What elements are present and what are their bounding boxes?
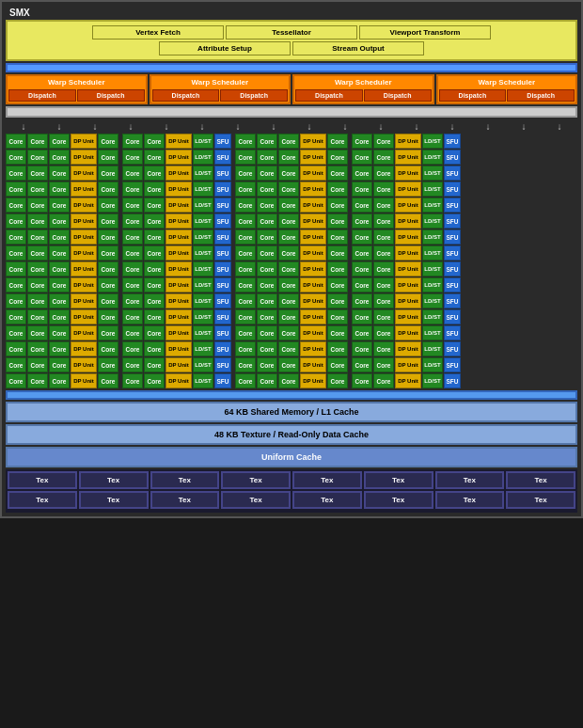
cell-core-r2-g0-c2: Core: [49, 166, 70, 181]
cell-core-r14-g0-c2: Core: [49, 357, 70, 372]
cell-core-r14-g2-c2: Core: [278, 357, 299, 372]
cell-core-r11-g2-c1: Core: [257, 309, 277, 324]
cell-core-r12-g1-c1: Core: [144, 325, 165, 340]
cell-core-r7-g3-c1: Core: [373, 245, 394, 261]
cell-sfu-r15-g1-c4: SFU: [214, 373, 231, 388]
arrow-16: ↓: [558, 121, 562, 132]
cell-dp-r7-g2-c3: DP Unit: [300, 245, 326, 261]
proc-row-7: CoreCoreCoreDP UnitCoreCoreCoreDP UnitLD…: [6, 245, 577, 261]
cell-sfu-r0-g3-c4: SFU: [444, 134, 461, 149]
tex-box-r0-c0: Tex: [8, 471, 77, 489]
cell-core-r15-g2-c1: Core: [257, 373, 277, 388]
proc-row-6: CoreCoreCoreDP UnitCoreCoreCoreDP UnitLD…: [6, 229, 577, 245]
cell-sfu-r8-g3-c4: SFU: [444, 261, 461, 277]
cell-dp-r0-g0-c3: DP Unit: [71, 134, 97, 149]
cell-core-r4-g2-c1: Core: [257, 198, 277, 213]
cell-dp-r4-g2-c3: DP Unit: [300, 198, 326, 213]
cell-dp-r9-g0-c3: DP Unit: [71, 277, 97, 293]
cell-core-r8-g1-c0: Core: [122, 261, 143, 277]
cell-core-r13-g2-c4: Core: [327, 341, 348, 356]
cell-core-r15-g1-c1: Core: [144, 373, 165, 388]
cell-sfu-r3-g1-c4: SFU: [214, 182, 231, 197]
cell-core-r5-g1-c0: Core: [122, 214, 143, 229]
cell-core-r11-g0-c0: Core: [6, 309, 26, 324]
cell-core-r5-g3-c1: Core: [373, 214, 394, 229]
cell-core-r0-g0-c0: Core: [6, 134, 26, 149]
cell-core-r14-g2-c1: Core: [257, 357, 277, 372]
cell-dp-r1-g3-c2: DP Unit: [395, 150, 421, 165]
cell-core-r9-g2-c2: Core: [278, 277, 299, 293]
tex-box-r0-c7: Tex: [506, 471, 575, 489]
cell-core-r5-g2-c1: Core: [257, 214, 277, 229]
tex-box-r1-c7: Tex: [506, 491, 575, 509]
cell-sfu-r5-g1-c4: SFU: [214, 214, 231, 229]
cell-core-r9-g0-c1: Core: [27, 277, 48, 293]
cell-dp-r12-g1-c2: DP Unit: [165, 325, 192, 340]
cell-core-r11-g3-c0: Core: [352, 309, 372, 324]
cell-core-r6-g2-c4: Core: [327, 229, 348, 245]
cell-sfu-r10-g1-c4: SFU: [214, 293, 231, 309]
cell-dp-r12-g2-c3: DP Unit: [300, 325, 326, 340]
cell-sfu-r4-g1-c4: SFU: [214, 198, 231, 213]
tex-box-r1-c5: Tex: [364, 491, 433, 509]
cell-dp-r11-g3-c2: DP Unit: [395, 309, 421, 324]
cell-core-r15-g2-c2: Core: [278, 373, 299, 388]
tex-box-r0-c2: Tex: [150, 471, 220, 489]
cell-core-r13-g1-c1: Core: [144, 341, 165, 356]
cell-core-r7-g3-c0: Core: [352, 245, 372, 261]
cell-core-r13-g0-c4: Core: [98, 341, 118, 356]
cell-dp-r2-g1-c2: DP Unit: [165, 166, 192, 181]
cell-core-r5-g0-c1: Core: [27, 214, 48, 229]
cell-dp-r7-g1-c2: DP Unit: [165, 245, 192, 261]
cell-core-r9-g2-c0: Core: [235, 277, 256, 293]
dispatch-7: Dispatch: [439, 89, 507, 102]
polymorph-section: Vertex Fetch Tessellator Viewport Transf…: [6, 20, 577, 61]
dispatch-2: Dispatch: [77, 89, 145, 102]
dispatch-3: Dispatch: [152, 89, 220, 102]
cell-core-r1-g2-c1: Core: [257, 150, 277, 165]
cell-dp-r0-g1-c2: DP Unit: [165, 134, 192, 149]
cell-sfu-r9-g1-c4: SFU: [214, 277, 231, 293]
proc-row-12: CoreCoreCoreDP UnitCoreCoreCoreDP UnitLD…: [6, 325, 577, 340]
tex-box-r1-c2: Tex: [150, 491, 220, 509]
cell-ldst-r15-g1-c3: LD/ST: [193, 373, 213, 388]
cell-dp-r13-g0-c3: DP Unit: [71, 341, 97, 356]
cache-section: 64 KB Shared Memory / L1 Cache 48 KB Tex…: [6, 402, 577, 467]
tex-box-r0-c1: Tex: [79, 471, 149, 489]
arrow-5: ↓: [165, 121, 169, 132]
cell-core-r6-g2-c2: Core: [278, 229, 299, 245]
cell-sfu-r13-g1-c4: SFU: [214, 341, 231, 356]
cell-core-r1-g0-c2: Core: [49, 150, 70, 165]
cell-core-r9-g3-c1: Core: [373, 277, 394, 293]
cell-core-r0-g3-c0: Core: [352, 134, 372, 149]
stream-output: Stream Output: [292, 41, 424, 55]
cell-dp-r1-g0-c3: DP Unit: [71, 150, 97, 165]
cell-core-r14-g1-c0: Core: [122, 357, 143, 372]
cell-dp-r13-g1-c2: DP Unit: [165, 341, 192, 356]
cell-dp-r5-g3-c2: DP Unit: [395, 214, 421, 229]
cell-core-r8-g0-c0: Core: [6, 261, 26, 277]
cell-core-r0-g0-c2: Core: [49, 134, 70, 149]
cell-dp-r12-g0-c3: DP Unit: [71, 325, 97, 340]
cell-core-r13-g1-c0: Core: [122, 341, 143, 356]
arrow-6: ↓: [200, 121, 205, 132]
cell-core-r2-g2-c1: Core: [257, 166, 277, 181]
cell-dp-r8-g0-c3: DP Unit: [71, 261, 97, 277]
cell-core-r7-g1-c0: Core: [122, 245, 143, 261]
cell-core-r7-g0-c4: Core: [98, 245, 118, 261]
cell-core-r8-g3-c0: Core: [352, 261, 372, 277]
proc-row-2: CoreCoreCoreDP UnitCoreCoreCoreDP UnitLD…: [6, 166, 577, 181]
cell-core-r9-g2-c4: Core: [327, 277, 348, 293]
proc-row-11: CoreCoreCoreDP UnitCoreCoreCoreDP UnitLD…: [6, 309, 577, 324]
tex-box-r0-c4: Tex: [292, 471, 362, 489]
cell-core-r10-g2-c4: Core: [327, 293, 348, 309]
cell-core-r9-g0-c4: Core: [98, 277, 118, 293]
warp-scheduler-4: Warp Scheduler Dispatch Dispatch: [436, 74, 578, 104]
cell-dp-r10-g3-c2: DP Unit: [395, 293, 421, 309]
arrow-2: ↓: [57, 121, 62, 132]
proc-row-14: CoreCoreCoreDP UnitCoreCoreCoreDP UnitLD…: [6, 357, 577, 372]
cell-core-r14-g0-c0: Core: [6, 357, 26, 372]
cell-sfu-r12-g1-c4: SFU: [214, 325, 231, 340]
cell-core-r6-g0-c0: Core: [6, 229, 26, 245]
cell-core-r10-g2-c2: Core: [278, 293, 299, 309]
